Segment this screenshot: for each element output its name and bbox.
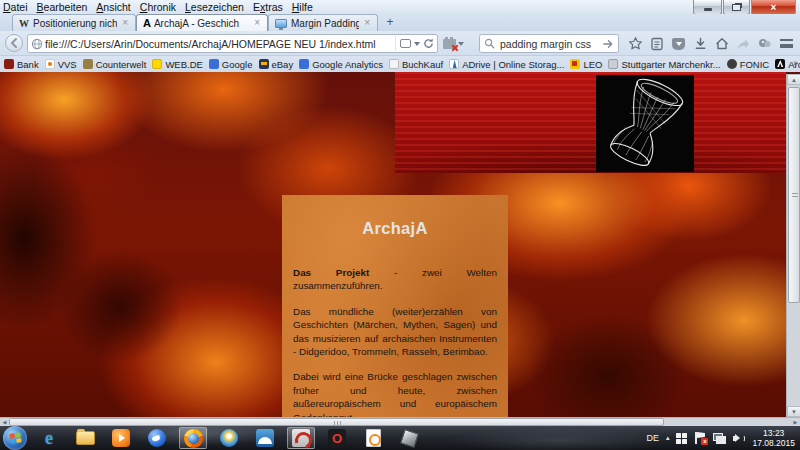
windows-explorer-icon[interactable] xyxy=(71,427,99,449)
menu-chronik[interactable]: Chronik xyxy=(140,1,176,13)
tab-archaja-active[interactable]: A ArchajA - Geschich × xyxy=(136,14,268,31)
bookmark-label: ADrive | Online Storag... xyxy=(462,59,564,70)
urlbar-actions xyxy=(395,36,434,51)
scroll-down-icon[interactable]: ▼ xyxy=(787,406,800,417)
plugin-blocked-button[interactable] xyxy=(443,36,473,52)
bookmark-leo[interactable]: LEO xyxy=(570,59,602,70)
vertical-scroll-thumb[interactable] xyxy=(788,87,800,303)
close-icon: × xyxy=(771,2,777,13)
wiki-favicon-icon: W xyxy=(19,18,29,29)
bookmark-adrive[interactable]: ADrive | Online Storag... xyxy=(449,59,564,70)
history-dropdown-icon[interactable] xyxy=(414,42,420,46)
firefox-icon-active[interactable] xyxy=(179,427,207,449)
audio-wave-icon xyxy=(292,429,310,447)
graphics-app-icon[interactable] xyxy=(395,427,423,449)
bookmark-vvs[interactable]: VVS xyxy=(45,59,77,70)
url-input[interactable] xyxy=(43,38,395,50)
audio-app-icon-active[interactable] xyxy=(287,427,315,449)
tab-close-icon[interactable]: × xyxy=(253,18,261,28)
menu-datei[interactable]: Datei xyxy=(3,1,28,13)
menu-label: E xyxy=(253,1,260,13)
search-go-icon[interactable] xyxy=(603,39,614,49)
thunderbird-icon[interactable] xyxy=(143,427,171,449)
hello-community-icon[interactable] xyxy=(756,35,773,52)
reload-icon[interactable] xyxy=(423,38,434,49)
url-bar[interactable] xyxy=(27,34,438,53)
new-tab-button[interactable]: + xyxy=(381,16,399,31)
globe-icon xyxy=(31,38,43,50)
bookmark-webde[interactable]: WEB.DE xyxy=(152,59,202,70)
action-center-flag-icon[interactable]: x xyxy=(694,432,706,444)
image-viewer-icon[interactable] xyxy=(359,427,387,449)
reader-mode-icon[interactable] xyxy=(400,39,411,48)
photo-app-icon[interactable] xyxy=(215,427,243,449)
tab-title: ArchajA - Geschich xyxy=(154,18,249,29)
tab-title: Margin Padding mit CSS A... xyxy=(291,18,359,29)
bookmarks-overflow-chevron[interactable]: » xyxy=(793,58,798,68)
djembe-sketch-icon xyxy=(596,75,694,172)
windows-taskbar: e O DE ▴ x 13:23 17.08.2015 xyxy=(0,426,800,450)
horizontal-scrollbar[interactable]: ◀ ▶ xyxy=(0,417,800,426)
vertical-scrollbar[interactable]: ▲ ▼ xyxy=(786,74,800,417)
home-icon[interactable] xyxy=(713,35,730,52)
window-titlebar: Datei Bearbeiten Ansicht Chronik Lesezei… xyxy=(0,0,800,14)
adrive-favicon-icon xyxy=(449,59,459,69)
search-bar[interactable] xyxy=(479,34,619,53)
tab-positionierung[interactable]: W Positionierung nicht möglich × xyxy=(12,14,136,31)
menu-lesezeichen[interactable]: Lesezeichen xyxy=(185,1,244,13)
tab-margin-padding[interactable]: Margin Padding mit CSS A... × xyxy=(268,14,378,31)
menu-hotkey: D xyxy=(3,1,11,13)
navigation-toolbar xyxy=(0,31,800,56)
scroll-up-icon[interactable]: ▲ xyxy=(787,74,800,85)
bookmark-ebay[interactable]: eBay xyxy=(259,59,294,70)
webde-favicon-icon xyxy=(152,59,162,69)
bookmark-star-icon[interactable] xyxy=(627,35,644,52)
language-indicator[interactable]: DE xyxy=(646,433,659,443)
volume-icon[interactable] xyxy=(733,433,745,444)
start-button[interactable] xyxy=(3,426,27,450)
menu-bearbeiten[interactable]: Bearbeiten xyxy=(37,1,88,13)
tray-grid-icon[interactable] xyxy=(676,433,687,444)
tab-close-icon[interactable]: × xyxy=(363,18,371,28)
menu-hamburger-icon[interactable] xyxy=(778,35,795,52)
window-controls: × xyxy=(692,0,796,15)
windows-logo-icon xyxy=(9,432,21,443)
bookmark-google[interactable]: Google xyxy=(209,59,253,70)
project-bold-text: Das Projekt xyxy=(293,267,369,278)
menu-bar: Datei Bearbeiten Ansicht Chronik Lesezei… xyxy=(3,0,313,14)
close-button[interactable]: × xyxy=(751,0,796,15)
horizontal-scroll-thumb[interactable] xyxy=(9,418,664,426)
bookmark-google-analytics[interactable]: Google Analytics xyxy=(299,59,383,70)
restore-button[interactable] xyxy=(723,0,750,15)
menu-label: ilfe xyxy=(299,1,312,13)
internet-explorer-icon[interactable]: e xyxy=(35,427,63,449)
tray-clock[interactable]: 13:23 17.08.2015 xyxy=(752,428,795,448)
media-player-icon[interactable] xyxy=(107,427,135,449)
menu-ansicht[interactable]: Ansicht xyxy=(96,1,130,13)
bookmark-bank[interactable]: Bank xyxy=(4,59,39,70)
bookmarks-menu-icon[interactable] xyxy=(649,35,666,52)
google-favicon-icon xyxy=(209,59,219,69)
minimize-button[interactable] xyxy=(693,0,722,15)
hidden-icons-caret[interactable]: ▴ xyxy=(666,434,670,442)
bookmark-stuttgarter[interactable]: Stuttgarter Märchenkr... xyxy=(608,59,720,70)
folder-icon xyxy=(76,431,95,445)
search-input[interactable] xyxy=(498,37,600,51)
cube-icon xyxy=(400,429,419,448)
downloads-icon[interactable] xyxy=(692,35,709,52)
bookmark-fonic[interactable]: FONIC xyxy=(727,59,770,70)
leo-favicon-icon xyxy=(570,59,580,69)
back-button[interactable] xyxy=(5,34,23,52)
openoffice-icon[interactable] xyxy=(251,427,279,449)
pocket-icon[interactable] xyxy=(670,35,687,52)
bookmark-buchkauf[interactable]: BuchKauf xyxy=(389,59,443,70)
menu-label: hronik xyxy=(147,1,176,13)
bookmark-counterwelt[interactable]: Counterwelt xyxy=(83,59,147,70)
opera-icon[interactable]: O xyxy=(323,427,351,449)
menu-hilfe[interactable]: Hilfe xyxy=(292,1,313,13)
tab-close-icon[interactable]: × xyxy=(121,18,129,28)
menu-extras[interactable]: Extras xyxy=(253,1,283,13)
bookmark-label: Stuttgarter Märchenkr... xyxy=(621,59,720,70)
network-icon[interactable] xyxy=(713,433,726,444)
share-icon[interactable] xyxy=(735,35,752,52)
